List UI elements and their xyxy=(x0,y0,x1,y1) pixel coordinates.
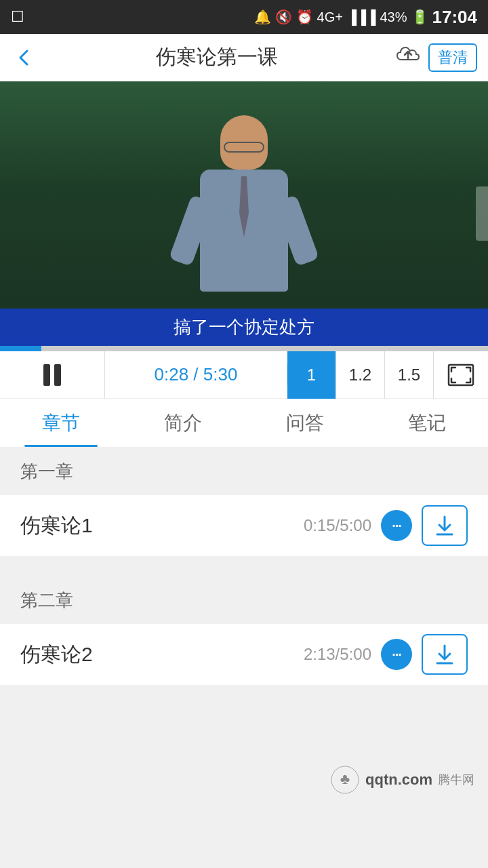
chapter-1-header: 第一章 xyxy=(0,448,488,495)
lesson-1-actions: 0:15/5:00 ··· xyxy=(304,505,468,546)
status-right: 🔔 🔇 ⏰ 4G+ ▐▐▐ 43% 🔋 17:04 xyxy=(254,7,477,28)
sim-icon: ☐ xyxy=(11,8,24,26)
pause-icon xyxy=(43,364,61,386)
tab-qa-label: 问答 xyxy=(286,410,324,436)
brand-sub: 腾牛网 xyxy=(438,772,474,788)
subtitle-text: 搞了一个协定处方 xyxy=(174,317,314,337)
back-button[interactable] xyxy=(11,44,38,71)
tab-notes[interactable]: 笔记 xyxy=(366,399,488,447)
lesson-row-1[interactable]: 伤寒论1 0:15/5:00 ··· xyxy=(0,495,488,556)
notification-icon: 🔔 xyxy=(254,9,271,25)
bottom-spacer xyxy=(0,685,488,753)
lecturer-arm-left xyxy=(169,195,214,267)
logo-area: ♣ qqtn.com 腾牛网 xyxy=(0,753,488,807)
pause-bar-left xyxy=(43,364,50,386)
more-dots-icon: ··· xyxy=(392,518,401,534)
chapter-2-header: 第二章 xyxy=(0,576,488,624)
lesson-2-actions: 2:13/5:00 ··· xyxy=(304,634,468,675)
time-display: 0:28 / 5:30 xyxy=(105,364,287,385)
lesson-1-more-button[interactable]: ··· xyxy=(381,510,412,541)
page-title: 伤寒论第一课 xyxy=(38,43,396,71)
header: 伤寒论第一课 普清 xyxy=(0,34,488,81)
tab-notes-label: 笔记 xyxy=(408,410,446,436)
mute-icon: 🔇 xyxy=(275,9,292,25)
lecturer-body xyxy=(200,170,288,292)
tab-intro[interactable]: 简介 xyxy=(122,399,244,447)
lesson-row-2[interactable]: 伤寒论2 2:13/5:00 ··· xyxy=(0,624,488,685)
video-background: 搞了一个协定处方 xyxy=(0,81,488,346)
alarm-icon: ⏰ xyxy=(296,9,313,25)
content-tabs: 章节 简介 问答 笔记 xyxy=(0,399,488,448)
chapter-list: 第一章 伤寒论1 0:15/5:00 ··· 第二章 伤寒论2 2:13/5:0… xyxy=(0,448,488,753)
tab-intro-label: 简介 xyxy=(164,410,202,436)
lesson-1-time: 0:15/5:00 xyxy=(304,516,371,535)
signal-label: 4G+ xyxy=(317,9,343,25)
lecturer-glasses xyxy=(224,142,264,153)
progress-bar[interactable] xyxy=(0,346,488,351)
brand-name: qqtn.com xyxy=(365,771,432,789)
lesson-2-title: 伤寒论2 xyxy=(20,641,93,669)
header-actions: 普清 xyxy=(396,43,477,72)
tab-chapters-label: 章节 xyxy=(42,410,80,436)
lecturer-head xyxy=(220,115,268,170)
tab-qa[interactable]: 问答 xyxy=(244,399,366,447)
status-time: 17:04 xyxy=(432,7,478,28)
speed-12x-button[interactable]: 1.2 xyxy=(336,351,385,399)
lesson-2-more-button[interactable]: ··· xyxy=(381,639,412,670)
svg-text:♣: ♣ xyxy=(340,770,350,787)
chapter-2-title: 第二章 xyxy=(20,589,73,612)
lesson-2-download-button[interactable] xyxy=(422,634,468,675)
qqtn-logo: ♣ xyxy=(330,765,360,795)
right-tab[interactable] xyxy=(476,186,488,241)
battery-label: 43% xyxy=(380,9,407,25)
battery-icon: 🔋 xyxy=(411,9,428,25)
video-player[interactable]: 搞了一个协定处方 xyxy=(0,81,488,346)
lecturer-figure xyxy=(169,115,319,305)
status-bar: ☐ 🔔 🔇 ⏰ 4G+ ▐▐▐ 43% 🔋 17:04 xyxy=(0,0,488,34)
speed-1x-button[interactable]: 1 xyxy=(287,351,336,399)
status-left: ☐ xyxy=(11,8,24,26)
quality-button[interactable]: 普清 xyxy=(428,43,477,72)
chapter-1-title: 第一章 xyxy=(20,460,73,484)
lesson-2-time: 2:13/5:00 xyxy=(304,645,371,664)
pause-button[interactable] xyxy=(0,351,105,399)
lesson-1-download-button[interactable] xyxy=(422,505,468,546)
signal-bars: ▐▐▐ xyxy=(347,9,376,25)
cloud-upload-icon[interactable] xyxy=(396,45,420,70)
speed-controls: 1 1.2 1.5 xyxy=(287,351,434,399)
spacer-1 xyxy=(0,556,488,576)
tab-chapters[interactable]: 章节 xyxy=(0,399,122,447)
pause-bar-right xyxy=(54,364,61,386)
lecturer-arm-right xyxy=(274,195,319,267)
speed-15x-button[interactable]: 1.5 xyxy=(385,351,434,399)
player-controls: 0:28 / 5:30 1 1.2 1.5 xyxy=(0,351,488,399)
subtitle-bar: 搞了一个协定处方 xyxy=(0,309,488,346)
lecturer-tie xyxy=(237,176,251,237)
more-dots-icon-2: ··· xyxy=(392,647,401,663)
fullscreen-button[interactable] xyxy=(434,351,488,399)
lesson-1-title: 伤寒论1 xyxy=(20,512,93,540)
progress-fill xyxy=(0,346,41,351)
